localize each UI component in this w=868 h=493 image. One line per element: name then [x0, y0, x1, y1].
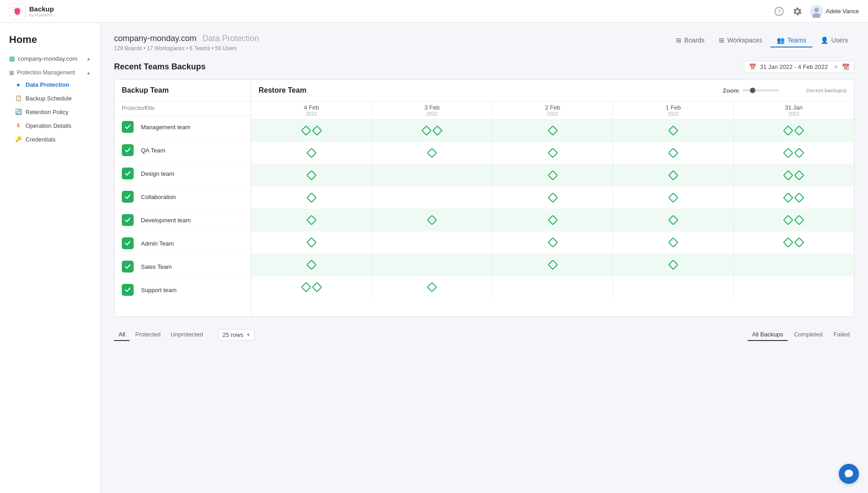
backup-diamond-icon[interactable] [547, 193, 558, 203]
backup-diamond-icon[interactable] [306, 170, 317, 181]
timeline-cell[interactable] [251, 231, 372, 253]
timeline-cell[interactable] [493, 164, 613, 186]
backup-diamond-icon[interactable] [794, 148, 805, 158]
calendar-picker-icon[interactable]: 📆 [842, 63, 849, 70]
timeline-cell[interactable] [493, 120, 613, 142]
backup-diamond-icon[interactable] [547, 126, 558, 136]
timeline-cell[interactable] [613, 187, 733, 209]
backup-filter-tab-completed[interactable]: Completed [790, 329, 827, 341]
backup-diamond-icon[interactable] [794, 215, 805, 226]
tab-teams[interactable]: 👥 Teams [770, 34, 812, 47]
timeline-cell[interactable] [493, 276, 613, 298]
timeline-cell[interactable] [734, 254, 854, 276]
timeline-cell[interactable] [493, 254, 613, 276]
timeline-row[interactable] [251, 231, 854, 254]
backup-diamond-icon[interactable] [794, 193, 805, 203]
team-row[interactable]: Admin Team [114, 232, 251, 255]
timeline-cell[interactable] [251, 187, 372, 209]
timeline-cell[interactable] [251, 276, 372, 298]
filter-tab-protected[interactable]: Protected [130, 329, 165, 341]
team-row[interactable]: Development team [114, 209, 251, 232]
date-range-picker[interactable]: 📅 31 Jan 2022 - 4 Feb 2022 ✕ 📆 [744, 61, 854, 73]
backup-diamond-icon[interactable] [794, 170, 805, 181]
timeline-cell[interactable] [372, 187, 492, 209]
sidebar-item-operation-details[interactable]: ⬇ Operation Details [0, 119, 100, 132]
timeline-cell[interactable] [372, 254, 492, 276]
protection-management-section[interactable]: ▦ Protection Management ▲ [0, 66, 100, 78]
backup-diamond-icon[interactable] [306, 260, 317, 270]
timeline-cell[interactable] [734, 142, 854, 164]
timeline-row[interactable] [251, 276, 854, 298]
sidebar-item-retention-policy[interactable]: 🔄 Retention Policy [0, 105, 100, 119]
timeline-cell[interactable] [613, 142, 733, 164]
timeline-cell[interactable] [493, 142, 613, 164]
timeline-cell[interactable] [251, 254, 372, 276]
backup-diamond-icon[interactable] [312, 126, 322, 136]
backup-filter-tab-failed[interactable]: Failed [829, 329, 854, 341]
backup-diamond-icon[interactable] [421, 126, 432, 136]
backup-diamond-icon[interactable] [668, 170, 679, 181]
timeline-cell[interactable] [251, 164, 372, 186]
sidebar-item-credentials[interactable]: 🔑 Credentials [0, 132, 100, 146]
backup-diamond-icon[interactable] [668, 215, 679, 226]
backup-diamond-icon[interactable] [794, 237, 805, 248]
timeline-cell[interactable] [734, 209, 854, 231]
sidebar-item-backup-schedule[interactable]: 📋 Backup Schedule [0, 91, 100, 105]
backup-diamond-icon[interactable] [783, 193, 794, 203]
filter-tab-all[interactable]: All [114, 329, 130, 341]
timeline-cell[interactable] [372, 142, 492, 164]
backup-diamond-icon[interactable] [794, 126, 805, 136]
backup-diamond-icon[interactable] [547, 260, 558, 270]
backup-diamond-icon[interactable] [306, 215, 317, 226]
backup-diamond-icon[interactable] [668, 126, 679, 136]
timeline-cell[interactable] [372, 164, 492, 186]
timeline-row[interactable] [251, 164, 854, 187]
timeline-cell[interactable] [734, 120, 854, 142]
timeline-row[interactable] [251, 209, 854, 231]
zoom-slider[interactable] [743, 89, 779, 91]
timeline-cell[interactable] [493, 209, 613, 231]
timeline-row[interactable] [251, 254, 854, 276]
backup-diamond-icon[interactable] [312, 282, 322, 293]
backup-diamond-icon[interactable] [427, 148, 437, 158]
tab-workspaces[interactable]: ⊞ Workspaces [712, 34, 769, 47]
team-row[interactable]: Support team [114, 278, 251, 301]
timeline-row[interactable] [251, 120, 854, 142]
timeline-cell[interactable] [734, 164, 854, 186]
timeline-cell[interactable] [734, 276, 854, 298]
backup-diamond-icon[interactable] [783, 237, 794, 248]
timeline-cell[interactable] [613, 276, 733, 298]
backup-diamond-icon[interactable] [547, 237, 558, 248]
timeline-cell[interactable] [613, 209, 733, 231]
backup-diamond-icon[interactable] [783, 126, 794, 136]
timeline-cell[interactable] [613, 164, 733, 186]
backup-diamond-icon[interactable] [306, 148, 317, 158]
timeline-cell[interactable] [372, 120, 492, 142]
timeline-row[interactable] [251, 187, 854, 209]
timeline-cell[interactable] [251, 120, 372, 142]
company-section[interactable]: ▦ company-monday.com ▲ [0, 53, 100, 64]
backup-diamond-icon[interactable] [432, 126, 443, 136]
timeline-cell[interactable] [734, 231, 854, 253]
filter-tab-unprotected[interactable]: Unprotected [166, 329, 208, 341]
team-row[interactable]: QA Team [114, 139, 251, 162]
backup-diamond-icon[interactable] [427, 282, 437, 293]
rows-select[interactable]: 25 rows ▼ [218, 329, 255, 341]
timeline-cell[interactable] [372, 231, 492, 253]
timeline-cell[interactable] [372, 276, 492, 298]
backup-diamond-icon[interactable] [547, 148, 558, 158]
timeline-cell[interactable] [493, 231, 613, 253]
timeline-cell[interactable] [613, 231, 733, 253]
timeline-cell[interactable] [493, 187, 613, 209]
tab-users[interactable]: 👤 Users [814, 34, 854, 47]
timeline-cell[interactable] [613, 254, 733, 276]
backup-filter-tab-all-backups[interactable]: All Backups [748, 329, 788, 341]
timeline-cell[interactable] [613, 120, 733, 142]
timeline-cell[interactable] [372, 209, 492, 231]
backup-diamond-icon[interactable] [668, 193, 679, 203]
help-icon[interactable]: ? [774, 6, 785, 17]
timeline-cell[interactable] [734, 187, 854, 209]
backup-diamond-icon[interactable] [668, 260, 679, 270]
close-icon[interactable]: ✕ [833, 63, 838, 70]
backup-diamond-icon[interactable] [301, 282, 311, 293]
